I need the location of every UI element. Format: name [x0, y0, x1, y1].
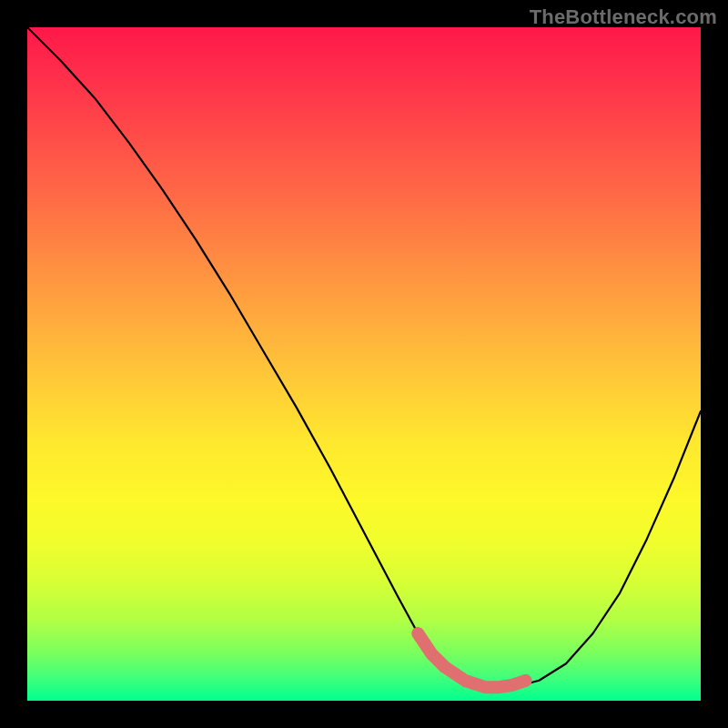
- sweet-spot-highlight: [418, 633, 525, 687]
- chart-frame: TheBottleneck.com: [0, 0, 728, 728]
- chart-svg: [27, 27, 701, 701]
- bottleneck-curve: [27, 27, 701, 687]
- watermark-label: TheBottleneck.com: [530, 5, 717, 29]
- plot-area: [27, 27, 701, 701]
